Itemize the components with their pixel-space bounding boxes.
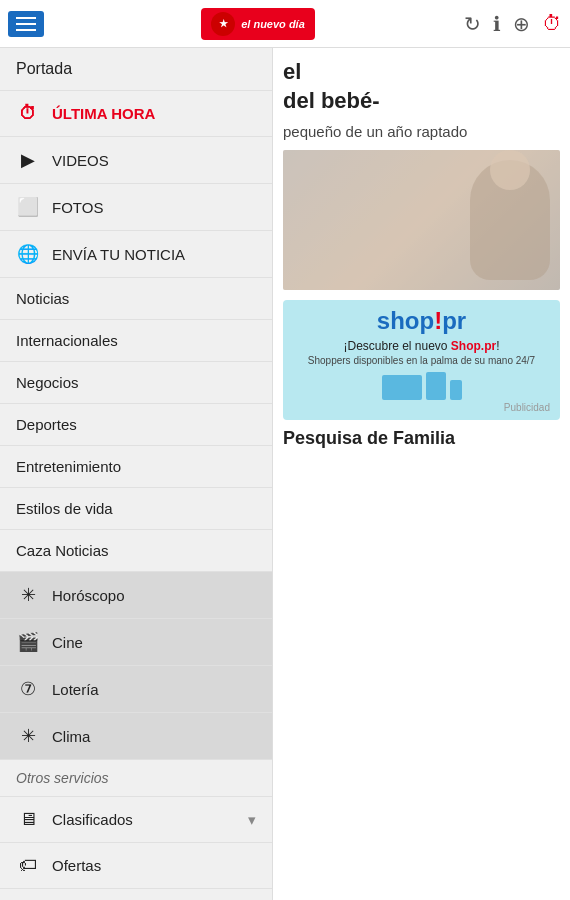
shop-logo-text: shop <box>377 307 434 335</box>
loteria-label: Lotería <box>52 681 99 698</box>
cine-label: Cine <box>52 634 83 651</box>
portada-label: Portada <box>16 60 72 78</box>
videos-icon: ▶ <box>16 149 40 171</box>
logo-text: el nuevo día <box>241 18 305 30</box>
sidebar-item-loteria[interactable]: ⑦ Lotería <box>0 666 272 713</box>
info-icon[interactable]: ℹ <box>493 12 501 36</box>
logo: ★ el nuevo día <box>52 8 464 40</box>
sidebar-item-cine[interactable]: 🎬 Cine <box>0 619 272 666</box>
sidebar-item-estilos[interactable]: Estilos de vida <box>0 488 272 530</box>
menu-button[interactable] <box>8 11 44 37</box>
sidebar-item-horoscopo[interactable]: ✳ Horóscopo <box>0 572 272 619</box>
entretenimiento-label: Entretenimiento <box>16 458 121 475</box>
envia-label: ENVÍA TU NOTICIA <box>52 246 185 263</box>
deportes-label: Deportes <box>16 416 77 433</box>
ofertas-icon: 🏷 <box>16 855 40 876</box>
globe-icon[interactable]: ⊕ <box>513 12 530 36</box>
pesquisa-title: Pesquisa de Familia <box>283 428 560 449</box>
internacionales-label: Internacionales <box>16 332 118 349</box>
noticias-label: Noticias <box>16 290 69 307</box>
horoscopo-label: Horóscopo <box>52 587 125 604</box>
sidebar-item-deportes[interactable]: Deportes <box>0 404 272 446</box>
sidebar-item-envia[interactable]: 🌐 ENVÍA TU NOTICIA <box>0 231 272 278</box>
negocios-label: Negocios <box>16 374 79 391</box>
horoscopo-icon: ✳ <box>16 584 40 606</box>
otros-servicios-header: Otros servicios <box>0 760 272 797</box>
sidebar-item-videos[interactable]: ▶ VIDEOS <box>0 137 272 184</box>
ultima-hora-icon: ⏱ <box>16 103 40 124</box>
sidebar-item-fotos[interactable]: ⬜ FOTOS <box>0 184 272 231</box>
ofertas-label: Ofertas <box>52 857 101 874</box>
cine-icon: 🎬 <box>16 631 40 653</box>
article-image <box>283 150 560 290</box>
sidebar-item-caza[interactable]: Caza Noticias <box>0 530 272 572</box>
shop-logo-exclaim: ! <box>434 307 442 335</box>
device-tablet <box>426 372 446 400</box>
clasificados-left: 🖥 Clasificados <box>16 809 133 830</box>
ad-subtext: Shoppers disponibles en la palma de su m… <box>308 355 535 366</box>
sidebar-item-portada[interactable]: Portada <box>0 48 272 91</box>
caza-label: Caza Noticias <box>16 542 109 559</box>
ad-tagline: ¡Descubre el nuevo Shop.pr! <box>343 339 499 353</box>
refresh-icon[interactable]: ↻ <box>464 12 481 36</box>
clock-icon[interactable]: ⏱ <box>542 12 562 35</box>
ad-banner: shop ! pr ¡Descubre el nuevo Shop.pr! Sh… <box>283 300 560 420</box>
envia-icon: 🌐 <box>16 243 40 265</box>
clasificados-label: Clasificados <box>52 811 133 828</box>
fotos-label: FOTOS <box>52 199 103 216</box>
ad-publicidad-label: Publicidad <box>293 402 550 413</box>
content-inner: el del bebé- pequeño de un año raptado s… <box>273 48 570 459</box>
sidebar-item-noticias[interactable]: Noticias <box>0 278 272 320</box>
sidebar-item-negocios[interactable]: Negocios <box>0 362 272 404</box>
shop-logo-container: shop ! pr <box>377 307 466 335</box>
article-subtitle: pequeño de un año raptado <box>283 123 560 140</box>
article-title: el del bebé- <box>283 58 560 115</box>
chevron-down-icon: ▾ <box>248 811 256 829</box>
content-area: el del bebé- pequeño de un año raptado s… <box>273 48 570 900</box>
article-title-part1: el <box>283 59 301 84</box>
loteria-icon: ⑦ <box>16 678 40 700</box>
sidebar-item-entretenimiento[interactable]: Entretenimiento <box>0 446 272 488</box>
sidebar-item-ultima-hora[interactable]: ⏱ ÚLTIMA HORA <box>0 91 272 137</box>
clasificados-icon: 🖥 <box>16 809 40 830</box>
logo-circle: ★ <box>211 12 235 36</box>
article-title-part2: del bebé- <box>283 88 380 113</box>
header-icons: ↻ ℹ ⊕ ⏱ <box>464 12 562 36</box>
device-phone <box>450 380 462 400</box>
sidebar-item-clasificados[interactable]: 🖥 Clasificados ▾ <box>0 797 272 843</box>
fotos-icon: ⬜ <box>16 196 40 218</box>
logo-image: ★ el nuevo día <box>201 8 315 40</box>
ultima-hora-label: ÚLTIMA HORA <box>52 105 155 122</box>
sidebar: Portada ⏱ ÚLTIMA HORA ▶ VIDEOS ⬜ FOTOS 🌐… <box>0 48 273 900</box>
clima-icon: ✳ <box>16 725 40 747</box>
sidebar-item-internacionales[interactable]: Internacionales <box>0 320 272 362</box>
estilos-label: Estilos de vida <box>16 500 113 517</box>
top-header: ★ el nuevo día ↻ ℹ ⊕ ⏱ <box>0 0 570 48</box>
shop-logo-pr: pr <box>442 307 466 335</box>
sidebar-item-ofertas[interactable]: 🏷 Ofertas <box>0 843 272 889</box>
main-container: Portada ⏱ ÚLTIMA HORA ▶ VIDEOS ⬜ FOTOS 🌐… <box>0 48 570 900</box>
device-laptop <box>382 375 422 400</box>
videos-label: VIDEOS <box>52 152 109 169</box>
ad-devices <box>382 372 462 400</box>
sidebar-item-clima[interactable]: ✳ Clima <box>0 713 272 760</box>
otros-servicios-label: Otros servicios <box>16 770 109 786</box>
sidebar-item-restaurantes[interactable]: 🍴 Restaurantes <box>0 889 272 900</box>
clima-label: Clima <box>52 728 90 745</box>
